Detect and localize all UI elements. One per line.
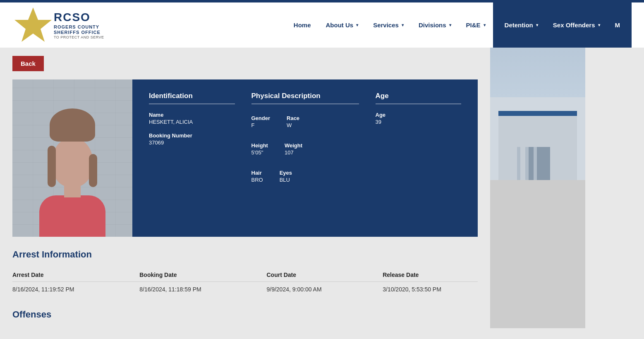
building [490,97,585,180]
col-court-date: Court Date [266,268,383,282]
page-layout: Back [0,48,644,328]
eyes-value: BLU [280,177,292,183]
hair-value: BRO [251,177,263,183]
info-sections: Identification Name HESKETT, ALICIA Book… [149,92,461,183]
logo-area: RCSO ROGERS COUNTY SHERIFFS OFFICE TO PR… [12,5,120,45]
building-roof [498,111,577,116]
nav-divisions[interactable]: Divisions ▾ [411,2,459,48]
eyes-group: Eyes BLU [280,162,292,183]
height-label: Height [251,142,268,149]
gender-value: F [251,122,271,128]
race-value: W [287,122,299,128]
height-group: Height 5'05" [251,135,268,156]
nav-detention[interactable]: Detention ▾ [497,2,546,48]
booking-number-value: 37069 [149,139,235,146]
hair-label: Hair [251,170,263,176]
logo-abbr: RCSO [54,10,104,24]
info-panel: Identification Name HESKETT, ALICIA Book… [132,79,478,237]
height-weight-row: Height 5'05" Weight 107 [251,135,359,156]
back-button[interactable]: Back [12,56,44,71]
face [52,137,93,187]
gender-race-row: Gender F Race W [251,108,359,128]
col-arrest-date: Arrest Date [12,268,139,282]
arrest-table-header: Arrest Date Booking Date Court Date Rele… [12,268,478,282]
booking-date-value: 8/16/2024, 11:18:59 PM [139,282,266,297]
physical-title: Physical Description [251,92,359,104]
court-date-value: 9/9/2024, 9:00:00 AM [266,282,383,297]
name-value: HESKETT, ALICIA [149,119,235,125]
logo-text: RCSO ROGERS COUNTY SHERIFFS OFFICE TO PR… [54,10,104,40]
mugshot-image [12,79,132,237]
site-header: RCSO ROGERS COUNTY SHERIFFS OFFICE TO PR… [0,0,644,48]
svg-marker-0 [14,7,52,42]
logo-office: SHERIFFS OFFICE [54,30,104,35]
weight-label: Weight [285,142,302,149]
chevron-down-icon: ▾ [484,23,486,27]
mugshot-area [12,79,132,237]
weight-value: 107 [285,149,302,156]
logo-county: ROGERS COUNTY [54,24,104,30]
hair-right [89,154,97,187]
hair-group: Hair BRO [251,162,263,183]
nav-right-section: Detention ▾ Sex Offenders ▾ M [493,2,632,48]
arrest-date-value: 8/16/2024, 11:19:52 PM [12,282,139,297]
age-title: Age [376,92,462,104]
race-group: Race W [287,108,299,128]
nav-sex-offenders[interactable]: Sex Offenders ▾ [546,2,608,48]
clothing [39,195,105,237]
column-1 [517,147,520,180]
hair-left [48,146,56,187]
gender-group: Gender F [251,108,271,128]
sidebar-right [490,48,585,328]
chevron-down-icon: ▾ [598,23,600,27]
weight-group: Weight 107 [285,135,302,156]
col-release-date: Release Date [383,268,478,282]
race-label: Race [287,115,299,121]
arrest-table: Arrest Date Booking Date Court Date Rele… [12,268,478,297]
physical-column: Physical Description Gender F Race W [251,92,359,183]
nav-about-us[interactable]: About Us ▾ [318,2,366,48]
hair-top [50,108,95,142]
age-column: Age Age 39 [376,92,462,183]
nav-more[interactable]: M [608,2,628,48]
identification-title: Identification [149,92,235,104]
release-date-value: 3/10/2020, 5:53:50 PM [383,282,478,297]
logo-star [12,5,54,45]
gender-label: Gender [251,115,271,121]
building-image [490,48,585,180]
age-label: Age [376,112,462,118]
height-value: 5'05" [251,149,268,156]
main-nav: Home About Us ▾ Services ▾ Divisions ▾ P… [286,2,632,48]
name-label: Name [149,112,235,118]
col-booking-date: Booking Date [139,268,266,282]
age-value: 39 [376,119,462,125]
nav-pie[interactable]: PI&E ▾ [459,2,493,48]
column-2 [525,147,529,180]
building-columns [517,143,558,180]
booking-number-label: Booking Number [149,132,235,139]
logo-tagline: TO PROTECT AND SERVE [54,35,104,40]
eyes-label: Eyes [280,170,292,176]
arrest-section-title: Arrest Information [12,249,478,260]
chevron-down-icon: ▾ [536,23,538,27]
arrest-section: Arrest Information Arrest Date Booking D… [12,249,478,297]
identification-column: Identification Name HESKETT, ALICIA Book… [149,92,235,183]
arrest-table-row: 8/16/2024, 11:19:52 PM 8/16/2024, 11:18:… [12,282,478,297]
nav-services[interactable]: Services ▾ [366,2,411,48]
offenses-section-title: Offenses [12,309,478,320]
column-3 [534,147,537,180]
main-content: Back [0,48,490,328]
chevron-down-icon: ▾ [402,23,404,27]
chevron-down-icon: ▾ [356,23,358,27]
nav-home[interactable]: Home [286,2,318,48]
inmate-card: Identification Name HESKETT, ALICIA Book… [12,79,478,237]
hair-eyes-row: Hair BRO Eyes BLU [251,162,359,183]
chevron-down-icon: ▾ [449,23,451,27]
